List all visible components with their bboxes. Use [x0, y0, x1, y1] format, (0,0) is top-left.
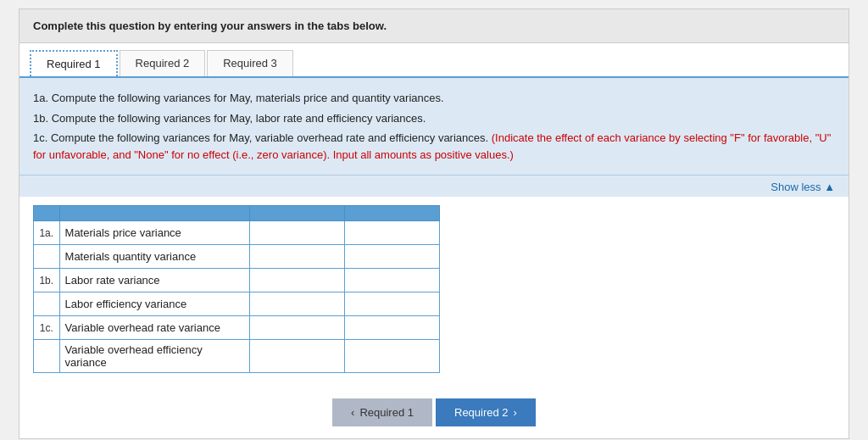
row-input1[interactable] [249, 269, 344, 292]
row-input2[interactable] [344, 316, 439, 340]
variance-table: 1a. Materials price variance [33, 205, 440, 373]
row-label: Labor rate variance [59, 269, 249, 292]
col-val2-header [344, 206, 439, 221]
row-input2[interactable] [344, 221, 439, 245]
content-line1: 1a. Compute the following variances for … [33, 90, 835, 107]
next-button[interactable]: Required 2 › [436, 398, 536, 426]
table-row: Materials quantity variance [34, 245, 440, 269]
row-label: Materials quantity variance [59, 245, 249, 269]
content-line2: 1b. Compute the following variances for … [33, 110, 835, 127]
content-area: 1a. Compute the following variances for … [19, 78, 849, 175]
prev-label: Required 1 [359, 406, 414, 419]
show-less-bar: Show less ▲ [19, 175, 849, 197]
row-input1[interactable] [249, 316, 344, 340]
nav-buttons: ‹ Required 1 Required 2 › [19, 390, 849, 438]
row-prefix [34, 292, 60, 316]
input-val1-row1[interactable] [255, 250, 339, 263]
tab-required2[interactable]: Required 2 [120, 50, 206, 76]
instruction-text: Complete this question by entering your … [33, 19, 387, 32]
col-label-header [59, 206, 249, 221]
row-prefix [34, 340, 60, 373]
table-row: 1c. Variable overhead rate variance [34, 316, 440, 340]
next-label: Required 2 [454, 406, 509, 419]
input-val1-row4[interactable] [255, 321, 339, 334]
input-val2-row0[interactable] [350, 226, 434, 239]
table-section: 1a. Materials price variance [19, 197, 849, 390]
input-val2-row2[interactable] [350, 274, 434, 287]
prev-arrow: ‹ [351, 406, 354, 419]
table-row: Variable overhead efficiency variance [34, 340, 440, 373]
row-input1[interactable] [249, 340, 344, 373]
row-prefix: 1a. [34, 221, 60, 245]
row-input2[interactable] [344, 269, 439, 292]
row-label: Labor efficiency variance [59, 292, 249, 316]
row-prefix: 1b. [34, 269, 60, 292]
row-label: Materials price variance [59, 221, 249, 245]
row-input1[interactable] [249, 221, 344, 245]
table-row: 1b. Labor rate variance [34, 269, 440, 292]
input-val2-row1[interactable] [350, 250, 434, 263]
tab-required1[interactable]: Required 1 [30, 50, 118, 76]
content-line3: 1c. Compute the following variances for … [33, 130, 835, 163]
row-input2[interactable] [344, 245, 439, 269]
tabs-row: Required 1 Required 2 Required 3 [19, 43, 849, 78]
row-label: Variable overhead rate variance [59, 316, 249, 340]
input-val1-row3[interactable] [255, 298, 339, 310]
col-val1-header [249, 206, 344, 221]
instruction-bar: Complete this question by entering your … [19, 9, 849, 43]
row-input1[interactable] [249, 245, 344, 269]
row-label: Variable overhead efficiency variance [59, 340, 249, 373]
table-row: Labor efficiency variance [34, 292, 440, 316]
input-val1-row0[interactable] [255, 226, 339, 239]
row-prefix [34, 245, 60, 269]
table-header-row [34, 206, 440, 221]
prev-button[interactable]: ‹ Required 1 [332, 398, 432, 426]
show-less-link[interactable]: Show less ▲ [771, 181, 835, 193]
next-arrow: › [514, 406, 517, 419]
input-val2-row5[interactable] [350, 350, 434, 363]
input-val1-row2[interactable] [255, 274, 339, 287]
input-val1-row5[interactable] [255, 350, 339, 363]
col-prefix-header [34, 206, 60, 221]
table-row: 1a. Materials price variance [34, 221, 440, 245]
content-line3-before: 1c. Compute the following variances for … [33, 131, 488, 144]
row-input2[interactable] [344, 292, 439, 316]
row-input2[interactable] [344, 340, 439, 373]
row-prefix: 1c. [34, 316, 60, 340]
tab-required3[interactable]: Required 3 [207, 50, 293, 76]
input-val2-row4[interactable] [350, 321, 434, 334]
input-val2-row3[interactable] [350, 298, 434, 310]
row-input1[interactable] [249, 292, 344, 316]
